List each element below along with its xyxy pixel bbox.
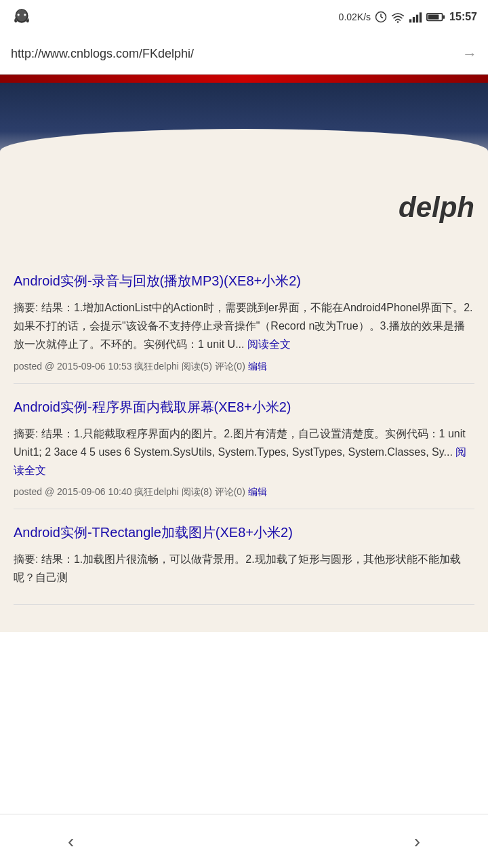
svg-rect-9 xyxy=(413,17,415,22)
delphi-watermark: delph xyxy=(399,191,474,224)
go-button[interactable]: → xyxy=(462,45,477,63)
post-title-link[interactable]: Android实例-程序界面内截取屏幕(XE8+小米2) xyxy=(14,397,474,416)
status-time: 15:57 xyxy=(449,11,477,23)
svg-rect-13 xyxy=(428,15,439,20)
status-bar: 0.02K/s 15:57 xyxy=(0,0,488,34)
post-meta: posted @ 2015-09-06 10:53 疯狂delphi 阅读(5)… xyxy=(14,361,474,373)
svg-rect-14 xyxy=(443,15,445,18)
bottom-nav: ‹ › xyxy=(0,814,488,868)
book-binding xyxy=(0,75,488,83)
address-bar: → xyxy=(0,34,488,75)
post-item: Android实例-TRectangle加载图片(XE8+小米2) 摘要: 结果… xyxy=(14,523,474,604)
wifi-icon xyxy=(391,11,405,23)
forward-button[interactable]: › xyxy=(401,824,434,859)
post-summary: 摘要: 结果：1.增加ActionList中的Action时，需要跳到er界面，… xyxy=(14,298,474,354)
status-right: 0.02K/s 15:57 xyxy=(339,11,477,23)
svg-point-3 xyxy=(24,14,26,16)
svg-point-7 xyxy=(397,21,399,23)
svg-rect-11 xyxy=(420,12,422,22)
qq-icon xyxy=(11,6,33,28)
svg-point-2 xyxy=(18,14,20,16)
signal-icon xyxy=(409,11,422,23)
network-speed: 0.02K/s xyxy=(339,12,371,22)
svg-rect-8 xyxy=(409,19,411,22)
url-input[interactable] xyxy=(11,47,455,61)
svg-rect-10 xyxy=(416,15,418,23)
post-meta: posted @ 2015-09-06 10:40 疯狂delphi 阅读(8)… xyxy=(14,486,474,498)
post-title-link[interactable]: Android实例-录音与回放(播放MP3)(XE8+小米2) xyxy=(14,271,474,290)
post-item: Android实例-程序界面内截取屏幕(XE8+小米2) 摘要: 结果：1.只能… xyxy=(14,397,474,510)
post-title-link[interactable]: Android实例-TRectangle加载图片(XE8+小米2) xyxy=(14,523,474,542)
svg-line-6 xyxy=(381,17,383,18)
status-left xyxy=(11,6,33,28)
read-more-link[interactable]: 阅读全文 xyxy=(247,338,291,350)
clock-icon xyxy=(375,11,387,23)
post-item: Android实例-录音与回放(播放MP3)(XE8+小米2) 摘要: 结果：1… xyxy=(14,271,474,384)
content-area: Android实例-录音与回放(播放MP3)(XE8+小米2) 摘要: 结果：1… xyxy=(0,264,488,632)
edit-link[interactable]: 编辑 xyxy=(248,361,267,372)
battery-icon xyxy=(426,11,445,23)
edit-link[interactable]: 编辑 xyxy=(248,486,267,497)
post-summary: 摘要: 结果：1.加载图片很流畅，可以做背景用。2.现加载了矩形与圆形，其他形状… xyxy=(14,550,474,587)
post-summary: 摘要: 结果：1.只能截取程序界面内的图片。2.图片有清楚，自己设置清楚度。实例… xyxy=(14,425,474,480)
book-header: delph xyxy=(0,75,488,264)
back-button[interactable]: ‹ xyxy=(54,824,87,859)
